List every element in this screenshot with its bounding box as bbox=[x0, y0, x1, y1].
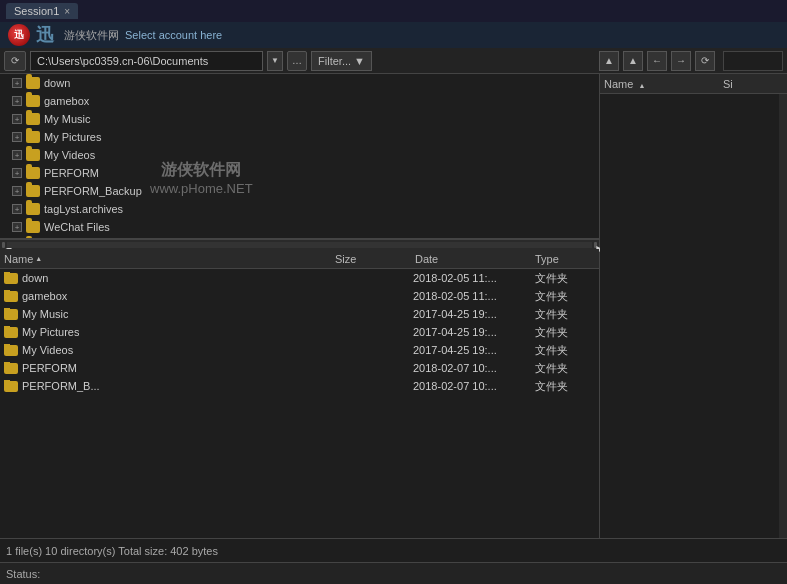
folder-icon bbox=[4, 291, 18, 302]
folder-icon bbox=[26, 203, 40, 215]
folder-icon bbox=[4, 381, 18, 392]
tree-item-label: My Music bbox=[44, 113, 90, 125]
nav-back-button[interactable]: ← bbox=[647, 51, 667, 71]
tree-expand-icon[interactable]: + bbox=[12, 150, 22, 160]
nav-forward-button[interactable]: → bbox=[671, 51, 691, 71]
file-date: 2017-04-25 19:... bbox=[413, 326, 533, 338]
site-name: 游侠软件网 bbox=[64, 28, 119, 43]
file-type: 文件夹 bbox=[535, 271, 595, 286]
logo-text: 迅 bbox=[14, 28, 24, 42]
right-col-size[interactable]: Si bbox=[723, 78, 783, 90]
table-row[interactable]: PERFORM_B... 2018-02-07 10:... 文件夹 bbox=[0, 377, 599, 395]
address-input[interactable] bbox=[30, 51, 263, 71]
nav-refresh-button[interactable]: ⟳ bbox=[695, 51, 715, 71]
right-v-scrollbar[interactable] bbox=[779, 94, 787, 538]
col-date[interactable]: Date bbox=[415, 253, 535, 265]
account-bar: 迅 迅 游侠软件网 Select account here bbox=[0, 22, 787, 48]
tree-expand-icon[interactable]: + bbox=[12, 168, 22, 178]
table-row[interactable]: My Videos 2017-04-25 19:... 文件夹 bbox=[0, 341, 599, 359]
session-tab[interactable]: Session1 × bbox=[6, 3, 78, 19]
file-date: 2017-04-25 19:... bbox=[413, 308, 533, 320]
tree-item[interactable]: + down bbox=[0, 74, 599, 92]
left-panel: + down + gamebox + My Music + My Picture… bbox=[0, 74, 600, 538]
table-row[interactable]: My Music 2017-04-25 19:... 文件夹 bbox=[0, 305, 599, 323]
folder-icon bbox=[26, 113, 40, 125]
filter-chevron: ▼ bbox=[354, 55, 365, 67]
file-name-cell: down bbox=[4, 272, 329, 284]
status-label: Status: bbox=[6, 568, 40, 580]
file-type: 文件夹 bbox=[535, 307, 595, 322]
file-name: My Pictures bbox=[22, 326, 79, 338]
app-name-icon: 迅 bbox=[36, 23, 54, 47]
account-select-text[interactable]: Select account here bbox=[125, 29, 222, 41]
nav-down-button[interactable]: ▲ bbox=[623, 51, 643, 71]
info-text: 1 file(s) 10 directory(s) Total size: 40… bbox=[6, 545, 218, 557]
tree-item-label: PERFORM bbox=[44, 167, 99, 179]
file-name: My Videos bbox=[22, 344, 73, 356]
file-name: PERFORM_B... bbox=[22, 380, 100, 392]
tree-expand-icon[interactable]: + bbox=[12, 132, 22, 142]
tree-item-label: My Pictures bbox=[44, 131, 101, 143]
tree-expand-icon[interactable]: + bbox=[12, 222, 22, 232]
tree-expand-icon[interactable]: + bbox=[12, 114, 22, 124]
tree-item[interactable]: + PERFORM_Backup bbox=[0, 182, 599, 200]
browse-button[interactable]: … bbox=[287, 51, 307, 71]
tree-item[interactable]: + WeChat Files bbox=[0, 218, 599, 236]
tree-item-label: PERFORM_Backup bbox=[44, 185, 142, 197]
tree-view[interactable]: + down + gamebox + My Music + My Picture… bbox=[0, 74, 599, 239]
file-type: 文件夹 bbox=[535, 325, 595, 340]
folder-icon bbox=[26, 149, 40, 161]
file-date: 2018-02-05 11:... bbox=[413, 272, 533, 284]
folder-icon bbox=[26, 77, 40, 89]
tree-item[interactable]: + tagLyst.archives bbox=[0, 200, 599, 218]
table-row[interactable]: My Pictures 2017-04-25 19:... 文件夹 bbox=[0, 323, 599, 341]
file-name-cell: My Pictures bbox=[4, 326, 329, 338]
tree-item[interactable]: + PERFORM bbox=[0, 164, 599, 182]
tree-item[interactable]: + My Music bbox=[0, 110, 599, 128]
col-type[interactable]: Type bbox=[535, 253, 595, 265]
col-size[interactable]: Size bbox=[335, 253, 415, 265]
file-name: My Music bbox=[22, 308, 68, 320]
table-row[interactable]: down 2018-02-05 11:... 文件夹 bbox=[0, 269, 599, 287]
file-name: PERFORM bbox=[22, 362, 77, 374]
app-logo: 迅 bbox=[8, 24, 30, 46]
file-list[interactable]: Name ▲ Size Date Type down 2018-02-05 11… bbox=[0, 249, 599, 538]
tree-h-scrollbar[interactable]: ◄ ► bbox=[0, 239, 599, 249]
folder-icon bbox=[26, 95, 40, 107]
file-list-header: Name ▲ Size Date Type bbox=[0, 249, 599, 269]
col-name[interactable]: Name ▲ bbox=[4, 253, 335, 265]
tree-item[interactable]: + My Pictures bbox=[0, 128, 599, 146]
file-type: 文件夹 bbox=[535, 361, 595, 376]
address-dropdown-button[interactable]: ▼ bbox=[267, 51, 283, 71]
file-date: 2018-02-07 10:... bbox=[413, 380, 533, 392]
tree-h-track bbox=[7, 242, 592, 248]
file-type: 文件夹 bbox=[535, 379, 595, 394]
tree-item[interactable]: + My Videos bbox=[0, 146, 599, 164]
filter-button[interactable]: Filter... ▼ bbox=[311, 51, 372, 71]
tree-item[interactable]: + WonderFox Soft bbox=[0, 236, 599, 239]
file-name-cell: My Music bbox=[4, 308, 329, 320]
tree-expand-icon[interactable]: + bbox=[12, 204, 22, 214]
nav-up-button[interactable]: ▲ bbox=[599, 51, 619, 71]
file-name-cell: PERFORM bbox=[4, 362, 329, 374]
refresh-button[interactable]: ⟳ bbox=[4, 51, 26, 71]
tree-expand-icon[interactable]: + bbox=[12, 96, 22, 106]
file-rows-container: down 2018-02-05 11:... 文件夹 gamebox 2018-… bbox=[0, 269, 599, 395]
folder-icon bbox=[4, 327, 18, 338]
right-col-name[interactable]: Name ▲ bbox=[604, 78, 723, 90]
folder-icon bbox=[26, 167, 40, 179]
close-tab-button[interactable]: × bbox=[64, 6, 70, 17]
file-name: down bbox=[22, 272, 48, 284]
tree-expand-icon[interactable]: + bbox=[12, 186, 22, 196]
tree-item-label: My Videos bbox=[44, 149, 95, 161]
tree-expand-icon[interactable]: + bbox=[12, 78, 22, 88]
title-bar: Session1 × bbox=[0, 0, 787, 22]
tree-h-scroll-left: ◄ bbox=[2, 242, 5, 248]
right-panel-header: Name ▲ Si bbox=[600, 74, 787, 94]
tree-item[interactable]: + gamebox bbox=[0, 92, 599, 110]
info-bar: 1 file(s) 10 directory(s) Total size: 40… bbox=[0, 538, 787, 562]
table-row[interactable]: gamebox 2018-02-05 11:... 文件夹 bbox=[0, 287, 599, 305]
table-row[interactable]: PERFORM 2018-02-07 10:... 文件夹 bbox=[0, 359, 599, 377]
split-view: + down + gamebox + My Music + My Picture… bbox=[0, 74, 787, 538]
status-bar: Status: bbox=[0, 562, 787, 584]
